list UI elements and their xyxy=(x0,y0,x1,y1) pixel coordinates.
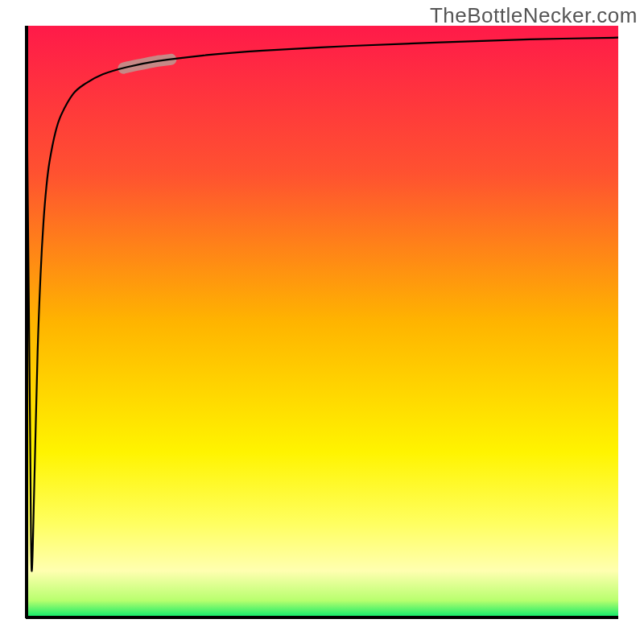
plot-area xyxy=(26,26,618,618)
curve-layer xyxy=(26,26,618,618)
bottleneck-curve-path xyxy=(26,26,618,571)
watermark-text: TheBottleNecker.com xyxy=(430,3,638,28)
y-axis xyxy=(25,26,28,618)
chart-container: TheBottleNecker.com xyxy=(0,0,644,644)
x-axis xyxy=(26,616,618,619)
